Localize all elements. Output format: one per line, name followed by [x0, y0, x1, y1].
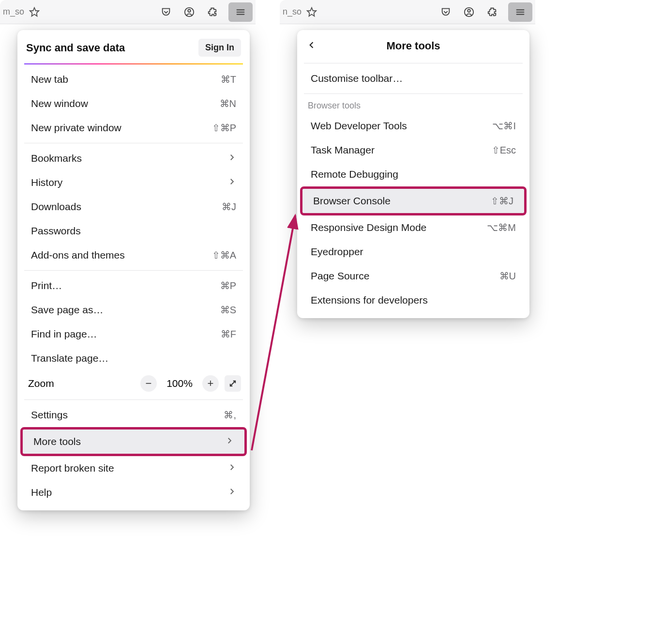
menu-item-browser-console[interactable]: Browser Console ⇧⌘J — [302, 189, 524, 213]
menu-item[interactable]: Find in page…⌘F — [20, 322, 247, 346]
shortcut-label: ⌘F — [221, 328, 236, 340]
section-label: Browser tools — [297, 97, 529, 114]
shortcut-label: ⌘N — [220, 98, 236, 109]
star-icon[interactable] — [27, 5, 42, 19]
menu-item[interactable]: Add-ons and themes⇧⌘A — [20, 243, 247, 267]
menu-item[interactable]: Print…⌘P — [20, 274, 247, 298]
app-menu: Sync and save data Sign In New tab⌘TNew … — [17, 30, 250, 510]
zoom-label: Zoom — [28, 378, 135, 389]
shortcut-label: ⇧⌘J — [491, 195, 513, 207]
pocket-icon[interactable] — [438, 5, 453, 19]
svg-marker-7 — [307, 7, 316, 15]
menu-item[interactable]: Translate page… — [20, 346, 247, 370]
separator — [24, 143, 243, 143]
menu-item-label: Passwords — [31, 225, 81, 237]
app-menu-button[interactable] — [228, 2, 253, 22]
extensions-icon[interactable] — [205, 5, 220, 19]
menu-item[interactable]: Help — [20, 480, 247, 505]
shortcut-label: ⌘S — [220, 304, 236, 316]
browser-console-highlight: Browser Console ⇧⌘J — [300, 186, 527, 215]
submenu-title: More tools — [320, 40, 520, 52]
pocket-icon[interactable] — [159, 5, 173, 19]
extensions-icon[interactable] — [485, 5, 499, 19]
menu-item-label: Print… — [31, 280, 62, 291]
menu-item-label: Translate page… — [31, 353, 108, 364]
back-button[interactable] — [307, 40, 320, 52]
zoom-row: Zoom − 100% + — [17, 370, 250, 397]
shortcut-label: ⌘P — [220, 280, 236, 291]
menu-item-more-tools[interactable]: More tools — [23, 429, 244, 454]
submenu-header: More tools — [297, 34, 529, 60]
separator — [24, 399, 243, 400]
shortcut-label: ⌥⌘I — [492, 120, 516, 132]
menu-item-customise-toolbar[interactable]: Customise toolbar… — [300, 66, 527, 91]
chevron-right-icon — [225, 436, 234, 447]
menu-item-label: Extensions for developers — [311, 294, 428, 306]
menu-item[interactable]: Page Source⌘U — [300, 264, 527, 288]
menu-item[interactable]: New private window⇧⌘P — [20, 116, 247, 140]
shortcut-label: ⌘U — [499, 270, 516, 282]
menu-item-label: Save page as… — [31, 304, 103, 316]
browser-toolbar: m_so — [0, 0, 256, 24]
zoom-value: 100% — [163, 378, 196, 389]
menu-item[interactable]: Downloads⌘J — [20, 195, 247, 219]
shortcut-label: ⌘T — [221, 74, 236, 85]
menu-item-label: Browser Console — [313, 195, 391, 207]
chevron-right-icon — [227, 462, 236, 474]
menu-item-label: New window — [31, 98, 88, 109]
account-icon[interactable] — [462, 5, 476, 19]
svg-line-6 — [230, 381, 236, 386]
shortcut-label: ⇧Esc — [492, 144, 516, 156]
menu-item-label: Eyedropper — [311, 246, 363, 258]
sync-title: Sync and save data — [26, 42, 125, 54]
menu-item[interactable]: Web Developer Tools⌥⌘I — [300, 114, 527, 138]
tab-text: n_so — [283, 7, 302, 17]
shortcut-label: ⇧⌘P — [212, 122, 236, 134]
menu-item[interactable]: Settings⌘, — [20, 403, 247, 427]
shortcut-label: ⌘J — [222, 201, 236, 213]
more-tools-highlight: More tools — [20, 427, 247, 456]
menu-item[interactable]: Extensions for developers — [300, 288, 527, 312]
menu-item[interactable]: Remote Debugging — [300, 162, 527, 186]
sync-header: Sync and save data Sign In — [17, 34, 250, 63]
svg-marker-0 — [30, 7, 39, 15]
menu-item-label: Task Manager — [311, 144, 375, 156]
menu-item-label: Report broken site — [31, 462, 114, 474]
account-icon[interactable] — [182, 5, 196, 19]
menu-item[interactable]: Passwords — [20, 219, 247, 243]
menu-item[interactable]: Task Manager⇧Esc — [300, 138, 527, 162]
more-tools-submenu: More tools Customise toolbar… Browser to… — [297, 30, 529, 318]
menu-item-label: More tools — [33, 436, 81, 447]
chevron-right-icon — [227, 177, 236, 188]
menu-item[interactable]: New tab⌘T — [20, 67, 247, 92]
menu-item-label: New tab — [31, 74, 68, 85]
zoom-out-button[interactable]: − — [140, 375, 157, 392]
menu-item-label: Customise toolbar… — [311, 73, 403, 84]
menu-item-label: History — [31, 177, 62, 188]
browser-toolbar: n_so — [280, 0, 535, 24]
menu-item[interactable]: Bookmarks — [20, 146, 247, 170]
svg-point-2 — [188, 9, 191, 12]
menu-item-label: Help — [31, 487, 52, 498]
menu-item-label: Web Developer Tools — [311, 120, 407, 132]
menu-item-label: Remote Debugging — [311, 169, 398, 180]
menu-item-label: New private window — [31, 122, 121, 134]
shortcut-label: ⇧⌘A — [212, 249, 236, 261]
app-menu-button[interactable] — [508, 2, 532, 22]
menu-item[interactable]: History — [20, 170, 247, 195]
menu-item[interactable]: Eyedropper — [300, 240, 527, 264]
tab-text: m_so — [3, 7, 24, 17]
rainbow-divider — [24, 63, 243, 64]
fullscreen-button[interactable] — [225, 375, 241, 392]
menu-item[interactable]: New window⌘N — [20, 92, 247, 116]
separator — [24, 270, 243, 271]
signin-button[interactable]: Sign In — [198, 39, 241, 57]
zoom-in-button[interactable]: + — [202, 375, 219, 392]
menu-item[interactable]: Responsive Design Mode⌥⌘M — [300, 215, 527, 240]
menu-item[interactable]: Save page as…⌘S — [20, 298, 247, 322]
star-icon[interactable] — [304, 5, 319, 19]
svg-line-14 — [252, 215, 295, 450]
menu-item[interactable]: Report broken site — [20, 456, 247, 480]
menu-item-label: Bookmarks — [31, 153, 82, 164]
chevron-right-icon — [227, 487, 236, 498]
